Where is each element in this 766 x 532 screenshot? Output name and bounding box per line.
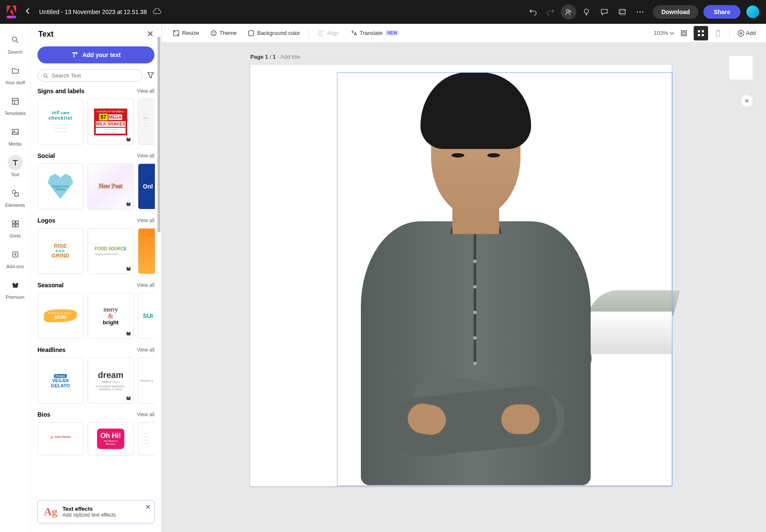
bgcolor-icon xyxy=(248,30,254,37)
template-social-3[interactable]: Onl xyxy=(138,163,155,209)
page-info[interactable]: Page 1 / 1 - Add title xyxy=(250,54,300,60)
template-oh-hi[interactable]: Oh Hi!My Name isMonaya xyxy=(88,422,134,455)
rail-item-text[interactable]: Text xyxy=(0,152,30,182)
grids-icon xyxy=(8,216,23,232)
canvas-image-person[interactable] xyxy=(344,72,616,486)
fx-ag-icon: Ag xyxy=(44,506,57,518)
template-merry-bright[interactable]: merry&bright xyxy=(88,293,134,339)
rail-label: Search xyxy=(8,49,23,54)
template-vegan-gelato[interactable]: FrozenVEGANGELATO xyxy=(37,358,83,403)
template-seasonal-3[interactable]: SUI xyxy=(138,293,155,339)
canvas-area: Resize Theme Background color Align Tran… xyxy=(162,24,766,532)
more-menu-icon[interactable] xyxy=(632,4,648,20)
back-chevron-icon[interactable] xyxy=(22,6,33,17)
template-dream[interactable]: dream/drēm/ nouna cherished aspiration, … xyxy=(88,358,134,403)
view-all-seasonal[interactable]: View all xyxy=(137,282,154,288)
templates-icon xyxy=(8,94,23,109)
svg-point-6 xyxy=(640,11,641,13)
rail-item-your-stuff[interactable]: Your stuff xyxy=(0,60,30,90)
view-all-signs[interactable]: View all xyxy=(137,88,154,94)
template-support-heart[interactable]: Support One Another xyxy=(37,163,83,209)
lightbulb-icon[interactable] xyxy=(579,4,594,20)
template-signs-3[interactable]: Favo..—————— xyxy=(138,99,155,145)
zoom-selector[interactable]: 103% xyxy=(654,30,674,36)
svg-point-1 xyxy=(566,9,569,12)
download-button[interactable]: Download xyxy=(653,5,698,19)
present-icon[interactable] xyxy=(615,4,630,20)
filter-icon[interactable] xyxy=(147,72,154,80)
premium-badge-icon xyxy=(126,137,131,143)
template-headlines-3[interactable]: Women q xyxy=(138,358,155,403)
rail-item-media[interactable]: Media xyxy=(0,121,30,152)
template-rise-grind[interactable]: RISEANDGRIND xyxy=(37,228,83,274)
template-worlds-best-mom[interactable]: WORLD'S BESTMOM xyxy=(37,293,83,339)
align-button: Align xyxy=(313,27,343,39)
rail-item-elements[interactable]: Elements xyxy=(0,182,30,213)
search-text-field[interactable] xyxy=(52,72,137,79)
panel-scrollbar[interactable] xyxy=(156,24,161,532)
svg-rect-10 xyxy=(12,129,18,134)
rail-item-premium[interactable]: Premium xyxy=(0,274,30,305)
text-icon xyxy=(8,155,23,170)
template-self-care[interactable]: self carechecklist○ ————○ ————○ ———— xyxy=(37,99,83,145)
fx-close-icon[interactable]: ✕ xyxy=(145,503,151,511)
svg-point-8 xyxy=(12,37,17,41)
panel-scroll[interactable]: Signs and labelsView all self carecheckl… xyxy=(31,88,161,532)
rail-item-search[interactable]: Search xyxy=(0,29,30,60)
canvas-stage[interactable]: Page 1 / 1 - Add title ✕ xyxy=(162,43,766,532)
add-page-button[interactable]: Add xyxy=(734,28,759,38)
rail-item-templates[interactable]: Templates xyxy=(0,90,30,121)
share-button[interactable]: Share xyxy=(703,5,740,19)
svg-rect-9 xyxy=(12,98,18,104)
search-text-input[interactable] xyxy=(37,69,143,82)
fx-subtitle: Add stylized text effects xyxy=(63,512,116,518)
align-icon xyxy=(317,30,324,37)
close-pages-icon[interactable]: ✕ xyxy=(740,94,753,107)
rail-label: Grids xyxy=(9,233,20,238)
rail-item-grids[interactable]: Grids xyxy=(0,213,30,243)
rail-label: Add-ons xyxy=(6,264,24,269)
template-bios-3[interactable]: ———————— xyxy=(138,422,155,455)
rail-label: Media xyxy=(9,141,22,146)
template-new-post[interactable]: New Post xyxy=(88,163,134,209)
add-text-button[interactable]: Add your text xyxy=(37,46,154,63)
view-all-logos[interactable]: View all xyxy=(137,217,154,223)
context-toolbar: Resize Theme Background color Align Tran… xyxy=(162,24,766,43)
undo-icon[interactable] xyxy=(525,4,540,20)
addons-icon xyxy=(8,247,23,262)
text-effects-card[interactable]: ✕ Ag Text effects Add stylized text effe… xyxy=(37,500,154,523)
view-all-social[interactable]: View all xyxy=(137,153,154,159)
redo-icon[interactable] xyxy=(543,4,558,20)
premium-badge-icon xyxy=(126,395,131,401)
template-milkshake[interactable]: FLAVORS OF THE WEEKLY$7 MEGAMILK SHAKES—… xyxy=(88,99,134,145)
resize-button[interactable]: Resize xyxy=(169,27,203,39)
snap-tool-icon[interactable] xyxy=(694,26,708,40)
template-bio-kim[interactable]: Kim Parker———— xyxy=(37,422,83,455)
delete-icon[interactable] xyxy=(711,26,725,40)
media-icon xyxy=(8,124,23,140)
panel-close-icon[interactable] xyxy=(147,30,154,39)
invite-user-icon[interactable] xyxy=(561,4,576,20)
theme-button[interactable]: Theme xyxy=(206,27,241,39)
adobe-express-logo-icon[interactable] xyxy=(7,6,16,18)
page-thumbnail[interactable] xyxy=(729,55,753,80)
artboard[interactable] xyxy=(250,65,672,486)
background-color-button[interactable]: Background color xyxy=(243,27,304,39)
user-avatar[interactable] xyxy=(746,6,759,18)
cloud-sync-icon[interactable] xyxy=(153,8,161,16)
comment-icon[interactable] xyxy=(597,4,612,20)
svg-point-5 xyxy=(637,11,638,13)
svg-rect-15 xyxy=(16,221,18,223)
search-icon xyxy=(43,73,49,79)
artboard-tool-icon[interactable] xyxy=(677,26,691,40)
view-all-bios[interactable]: View all xyxy=(137,412,154,418)
rail-item-addons[interactable]: Add-ons xyxy=(0,243,30,274)
category-logos-title: Logos xyxy=(37,217,55,224)
translate-button[interactable]: TranslateNEW xyxy=(346,27,403,39)
template-food-source[interactable]: FFOOD SOURCEOOD SOURCEbringing the best … xyxy=(88,228,134,274)
fx-title: Text effects xyxy=(63,506,116,512)
view-all-headlines[interactable]: View all xyxy=(137,347,154,353)
document-title[interactable]: Untitled - 13 November 2023 at 12.51.38 xyxy=(39,9,147,15)
rail-label: Your stuff xyxy=(6,80,25,85)
template-logos-3[interactable] xyxy=(138,228,155,274)
